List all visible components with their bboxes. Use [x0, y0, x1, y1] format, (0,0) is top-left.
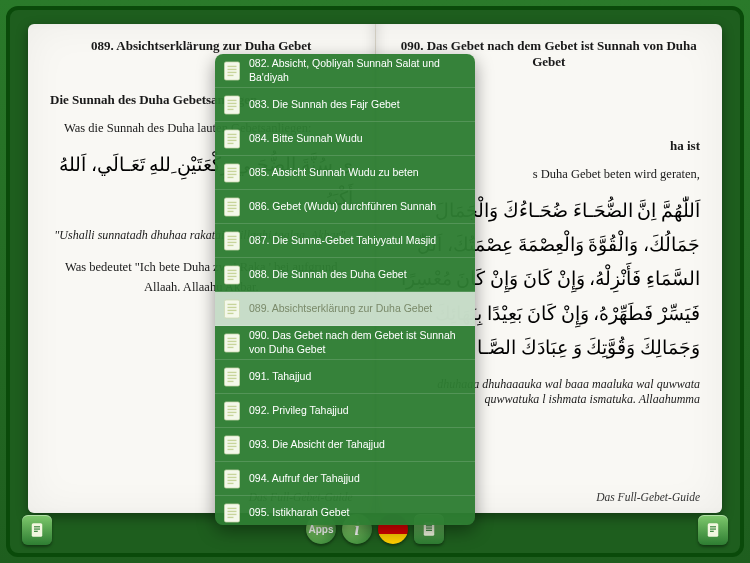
- chapter-item[interactable]: 088. Die Sunnah des Duha Gebet: [215, 258, 475, 292]
- flag-stripe-mid: [378, 524, 408, 534]
- page-right-footer: Das Full-Gebet-Guide: [596, 491, 700, 503]
- document-icon: [223, 196, 241, 218]
- svg-rect-68: [228, 513, 237, 514]
- svg-rect-33: [228, 275, 237, 276]
- chapter-item-label: 094. Aufruf der Tahajjud: [249, 472, 360, 485]
- svg-rect-61: [228, 473, 237, 474]
- svg-rect-26: [228, 235, 237, 236]
- svg-rect-65: [225, 504, 240, 522]
- svg-rect-40: [225, 334, 240, 352]
- document-icon: [704, 521, 722, 539]
- svg-rect-29: [228, 244, 234, 245]
- svg-rect-52: [228, 408, 237, 409]
- flag-stripe-bot: [378, 534, 408, 544]
- document-icon: [223, 434, 241, 456]
- svg-rect-55: [225, 436, 240, 454]
- svg-rect-11: [228, 133, 237, 134]
- svg-rect-81: [710, 531, 714, 532]
- chapter-item-label: 083. Die Sunnah des Fajr Gebet: [249, 98, 400, 111]
- chapter-item-label: 093. Die Absicht der Tahajjud: [249, 438, 385, 451]
- document-icon: [223, 264, 241, 286]
- svg-rect-39: [228, 312, 234, 313]
- chapter-menu[interactable]: 082. Absicht, Qobliyah Sunnah Salat und …: [215, 54, 475, 525]
- chapter-item-label: 090. Das Gebet nach dem Gebet ist Sunnah…: [249, 329, 467, 355]
- document-icon: [223, 162, 241, 184]
- svg-rect-18: [228, 173, 237, 174]
- svg-rect-15: [225, 164, 240, 182]
- svg-rect-77: [426, 530, 432, 531]
- svg-rect-79: [710, 526, 716, 527]
- svg-rect-1: [228, 65, 237, 66]
- svg-rect-7: [228, 102, 237, 103]
- chapter-item-label: 086. Gebet (Wudu) durchführen Sunnah: [249, 200, 436, 213]
- chapter-item[interactable]: 084. Bitte Sunnah Wudu: [215, 122, 475, 156]
- svg-rect-9: [228, 108, 234, 109]
- svg-rect-31: [228, 269, 237, 270]
- svg-rect-27: [228, 238, 237, 239]
- svg-rect-75: [426, 525, 432, 526]
- document-icon: [28, 521, 46, 539]
- svg-rect-66: [228, 507, 237, 508]
- svg-rect-2: [228, 68, 237, 69]
- svg-rect-62: [228, 476, 237, 477]
- chapter-item[interactable]: 082. Absicht, Qobliyah Sunnah Salat und …: [215, 54, 475, 88]
- menu-pointer: [445, 523, 463, 525]
- svg-rect-46: [228, 371, 237, 372]
- chapter-item[interactable]: 095. Istikharah Gebet: [215, 496, 475, 525]
- chapter-item-label: 095. Istikharah Gebet: [249, 506, 349, 519]
- chapter-item[interactable]: 090. Das Gebet nach dem Gebet ist Sunnah…: [215, 326, 475, 360]
- svg-rect-56: [228, 439, 237, 440]
- svg-rect-14: [228, 142, 234, 143]
- svg-rect-80: [710, 529, 716, 530]
- svg-rect-44: [228, 346, 234, 347]
- svg-rect-41: [228, 337, 237, 338]
- svg-rect-37: [228, 306, 237, 307]
- svg-rect-76: [426, 528, 432, 529]
- svg-rect-64: [228, 482, 234, 483]
- app-frame: 089. Absichtserklärung zur Duha Gebet Di…: [6, 6, 744, 557]
- document-icon: [223, 94, 241, 116]
- svg-rect-3: [228, 71, 237, 72]
- svg-rect-48: [228, 377, 237, 378]
- svg-rect-57: [228, 442, 237, 443]
- svg-rect-78: [708, 523, 719, 537]
- svg-rect-30: [225, 266, 240, 284]
- document-icon: [223, 332, 241, 354]
- document-icon: [223, 128, 241, 150]
- svg-rect-32: [228, 272, 237, 273]
- chapter-item[interactable]: 085. Absicht Sunnah Wudu zu beten: [215, 156, 475, 190]
- document-icon: [223, 400, 241, 422]
- svg-rect-25: [225, 232, 240, 250]
- svg-rect-34: [228, 278, 234, 279]
- chapter-item[interactable]: 086. Gebet (Wudu) durchführen Sunnah: [215, 190, 475, 224]
- svg-rect-49: [228, 380, 234, 381]
- chapter-item[interactable]: 093. Die Absicht der Tahajjud: [215, 428, 475, 462]
- svg-rect-72: [34, 529, 40, 530]
- svg-rect-70: [32, 523, 43, 537]
- svg-rect-21: [228, 201, 237, 202]
- chapter-item-label: 082. Absicht, Qobliyah Sunnah Salat und …: [249, 57, 467, 83]
- page-left-shortcut-button[interactable]: [22, 515, 52, 545]
- chapter-item[interactable]: 092. Privileg Tahajjud: [215, 394, 475, 428]
- svg-rect-73: [34, 531, 38, 532]
- svg-rect-58: [228, 445, 237, 446]
- chapter-item[interactable]: 087. Die Sunna-Gebet Tahiyyatul Masjid: [215, 224, 475, 258]
- svg-rect-53: [228, 411, 237, 412]
- document-icon: [223, 230, 241, 252]
- chapter-item-label: 089. Absichtserklärung zur Duha Gebet: [249, 302, 432, 315]
- svg-rect-45: [225, 368, 240, 386]
- chapter-item[interactable]: 094. Aufruf der Tahajjud: [215, 462, 475, 496]
- chapter-item[interactable]: 083. Die Sunnah des Fajr Gebet: [215, 88, 475, 122]
- chapter-item[interactable]: 089. Absichtserklärung zur Duha Gebet: [215, 292, 475, 326]
- svg-rect-38: [228, 309, 237, 310]
- svg-rect-35: [225, 300, 240, 318]
- apps-label: Apps: [309, 524, 334, 535]
- svg-rect-67: [228, 510, 237, 511]
- page-left-title: 089. Absichtserklärung zur Duha Gebet: [50, 38, 353, 54]
- chapter-item[interactable]: 091. Tahajjud: [215, 360, 475, 394]
- document-icon: [223, 366, 241, 388]
- chapter-item-label: 092. Privileg Tahajjud: [249, 404, 349, 417]
- document-icon: [223, 298, 241, 320]
- page-right-shortcut-button[interactable]: [698, 515, 728, 545]
- toolbar-left: [22, 515, 52, 545]
